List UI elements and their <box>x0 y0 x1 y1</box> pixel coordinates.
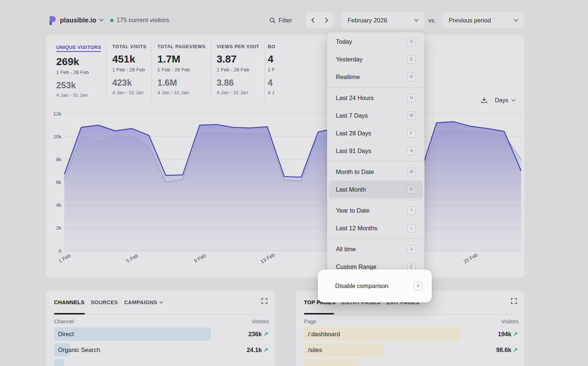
search-icon <box>269 17 276 24</box>
menu-item-yesterday[interactable]: YesterdayE <box>329 50 423 68</box>
menu-item-month-to-date[interactable]: Month to DateM <box>329 163 423 181</box>
date-range-menu: TodayD YesterdayE RealtimeR Last 24 Hour… <box>327 32 424 278</box>
comparison-selector[interactable]: Previous period <box>443 12 524 28</box>
expand-icon[interactable] <box>511 298 517 306</box>
trend-up-icon: ↗ <box>513 331 518 337</box>
tab-channels[interactable]: CHANNELS <box>54 299 85 305</box>
stat-bounce-rate-clipped[interactable]: BO 4 1 F 4 4 J <box>265 42 281 100</box>
interval-selector[interactable]: Days <box>495 97 516 104</box>
current-visitors[interactable]: 175 current visitors <box>110 12 169 28</box>
active-tab-underline <box>304 313 334 315</box>
shortcut-key: Y <box>407 206 416 215</box>
column-header-visitors: Visitors <box>501 319 519 324</box>
filter-label: Filter <box>279 17 292 24</box>
menu-item-realtime[interactable]: RealtimeR <box>329 68 423 86</box>
chevron-down-icon <box>414 19 419 22</box>
menu-divider <box>327 161 424 161</box>
menu-item-today[interactable]: TodayD <box>329 33 423 50</box>
tab-sources[interactable]: SOURCES <box>91 299 118 305</box>
shortcut-key: X <box>414 282 422 290</box>
period-nav <box>306 12 334 28</box>
date-range-label: February 2026 <box>348 17 387 24</box>
site-name: plausible.io <box>60 17 96 24</box>
channel-row-partial <box>54 359 269 366</box>
svg-text:2k: 2k <box>56 225 62 231</box>
chevron-down-icon <box>99 19 104 22</box>
page-row-sites[interactable]: /sites 98.6k↗ <box>304 343 519 356</box>
tab-campaigns[interactable]: CAMPAIGNS <box>124 299 163 305</box>
date-range-selector[interactable]: February 2026 <box>342 12 424 28</box>
filter-button[interactable]: Filter <box>269 12 292 28</box>
comparison-label: Previous period <box>449 17 491 24</box>
column-header-visitors: Visitors <box>252 319 269 324</box>
svg-text:13 Feb: 13 Feb <box>259 252 276 264</box>
chevron-right-icon[interactable] <box>320 12 334 28</box>
svg-text:9 Feb: 9 Feb <box>193 253 207 264</box>
menu-item-disable-comparison[interactable]: Disable comparisonX <box>327 277 425 295</box>
trend-up-icon: ↗ <box>263 331 268 337</box>
stat-unique-visitors[interactable]: UNIQUE VISITORS 269k 1 Feb - 28 Feb 253k… <box>56 42 106 100</box>
download-icon[interactable] <box>481 97 488 104</box>
shortcut-key: R <box>407 73 416 81</box>
shortcut-key: L <box>407 224 416 232</box>
page-row-dashboard[interactable]: /:dashboard 194k↗ <box>304 327 519 341</box>
menu-item-year-to-date[interactable]: Year to DateY <box>329 202 423 219</box>
channels-tabs: CHANNELS SOURCES CAMPAIGNS <box>54 297 267 308</box>
menu-divider <box>327 238 424 239</box>
shortcut-key: P <box>407 185 416 194</box>
menu-item-last-12-months[interactable]: Last 12 MonthsL <box>329 219 423 237</box>
chevron-down-icon <box>514 19 519 22</box>
svg-text:5 Feb: 5 Feb <box>125 253 139 264</box>
channels-panel: CHANNELS SOURCES CAMPAIGNS Channel Visit… <box>46 291 275 366</box>
svg-text:8k: 8k <box>56 157 62 162</box>
svg-text:1 Feb: 1 Feb <box>58 253 71 264</box>
shortcut-key: H <box>407 94 416 102</box>
live-dot-icon <box>110 19 114 22</box>
svg-text:25 Feb: 25 Feb <box>463 252 479 264</box>
column-header-page: Page <box>304 319 316 324</box>
shortcut-key: W <box>407 111 416 120</box>
menu-item-last-7-days[interactable]: Last 7 DaysW <box>329 107 423 124</box>
interval-label: Days <box>495 97 508 104</box>
chevron-down-icon <box>511 99 516 102</box>
disable-comparison-popup: Disable comparisonX <box>318 270 432 302</box>
chevron-down-icon <box>159 301 163 304</box>
plausible-logo-icon <box>48 15 57 25</box>
active-tab-underline <box>54 313 85 315</box>
svg-text:6k: 6k <box>56 180 62 185</box>
menu-divider <box>327 87 424 88</box>
site-switcher[interactable]: plausible.io <box>48 12 104 28</box>
svg-text:12k: 12k <box>53 111 61 117</box>
current-visitors-label: 175 current visitors <box>116 17 169 24</box>
menu-item-last-91-days[interactable]: Last 91 DaysN <box>329 142 423 160</box>
svg-text:4k: 4k <box>56 202 62 208</box>
stat-total-pageviews[interactable]: TOTAL PAGEVIEWS 1.7M 1 Feb - 28 Feb 1.6M… <box>151 42 211 100</box>
menu-divider <box>327 200 424 200</box>
menu-item-last-24-hours[interactable]: Last 24 HoursH <box>329 89 423 107</box>
shortcut-key: M <box>407 168 416 176</box>
column-header-channel: Channel <box>54 319 74 324</box>
shortcut-key: F <box>407 129 416 138</box>
stat-total-visits[interactable]: TOTAL VISITS 451k 1 Feb - 28 Feb 423k 4 … <box>106 42 151 100</box>
shortcut-key: A <box>407 245 416 253</box>
channel-row-direct[interactable]: Direct 236k↗ <box>54 327 269 341</box>
stat-views-per-visit[interactable]: VIEWS PER VISIT 3.87 1 Feb - 28 Feb 3.86… <box>211 42 264 100</box>
menu-item-last-28-days[interactable]: Last 28 DaysF <box>329 124 423 142</box>
trend-up-icon: ↗ <box>263 347 268 353</box>
page-row-partial <box>304 359 519 366</box>
svg-text:10k: 10k <box>53 134 61 139</box>
shortcut-key: E <box>407 55 416 64</box>
visitors-area-chart[interactable]: 12k10k8k6k4k2k01 Feb5 Feb9 Feb13 Feb17 F… <box>51 111 524 264</box>
trend-up-icon: ↗ <box>513 347 518 353</box>
vs-label: vs. <box>428 17 436 24</box>
expand-icon[interactable] <box>261 298 268 306</box>
chevron-left-icon[interactable] <box>306 12 320 28</box>
shortcut-key: D <box>407 38 416 46</box>
svg-text:0: 0 <box>58 248 61 254</box>
top-stats: UNIQUE VISITORS 269k 1 Feb - 28 Feb 253k… <box>56 42 280 100</box>
shortcut-key: N <box>407 147 416 155</box>
menu-item-all-time[interactable]: All timeA <box>329 240 423 258</box>
dashboard-main-card: UNIQUE VISITORS 269k 1 Feb - 28 Feb 253k… <box>46 35 524 278</box>
menu-item-last-month[interactable]: Last MonthP <box>329 181 423 198</box>
channel-row-organic-search[interactable]: Organic Search 24.1k↗ <box>54 343 269 356</box>
